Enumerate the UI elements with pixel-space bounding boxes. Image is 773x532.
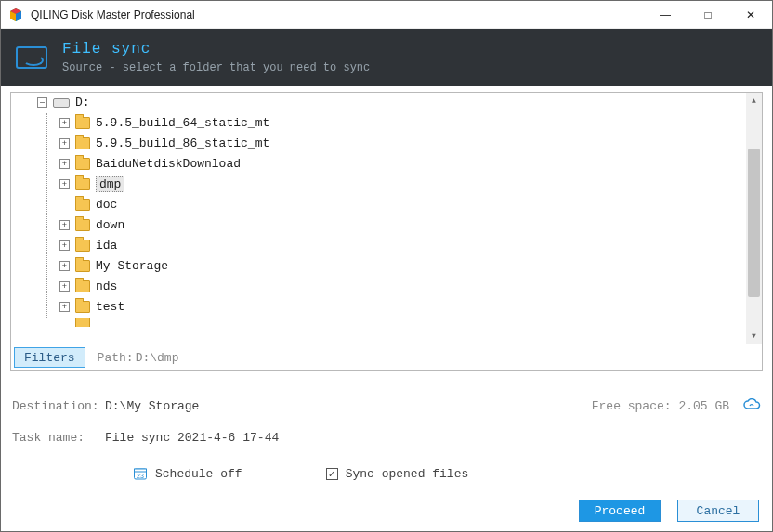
free-space-label: Free space:	[592, 399, 672, 413]
folder-icon	[75, 260, 90, 272]
tree-node[interactable]: +down	[59, 215, 758, 236]
folder-tree[interactable]: – D: +5.9.5_build_64_static_mt+5.9.5_bui…	[11, 93, 762, 331]
folder-icon	[75, 178, 90, 190]
expand-icon[interactable]: +	[59, 281, 70, 292]
cancel-button[interactable]: Cancel	[677, 500, 759, 522]
destination-value[interactable]: D:\My Storage	[105, 399, 199, 413]
folder-icon	[75, 219, 90, 231]
expand-icon[interactable]: +	[59, 261, 70, 271]
proceed-button[interactable]: Proceed	[579, 500, 661, 522]
folder-icon	[75, 301, 90, 313]
schedule-option[interactable]: 23 Schedule off	[133, 466, 242, 481]
scroll-up-icon[interactable]: ▲	[746, 93, 762, 109]
close-button[interactable]: ✕	[729, 1, 772, 29]
expand-icon[interactable]: +	[59, 159, 70, 169]
file-sync-icon	[16, 46, 47, 69]
tree-node-label: BaiduNetdiskDownload	[96, 157, 241, 171]
destination-row: Destination: D:\My Storage Free space: 2…	[12, 390, 761, 422]
drive-icon	[53, 98, 70, 108]
folder-icon	[75, 240, 90, 252]
tree-node[interactable]: +test	[59, 297, 758, 318]
folder-icon	[75, 158, 90, 170]
path-label: Path:	[98, 351, 134, 365]
app-window: QILING Disk Master Professional — □ ✕ Fi…	[0, 0, 773, 532]
maximize-button[interactable]: □	[687, 1, 729, 29]
folder-tree-panel: – D: +5.9.5_build_64_static_mt+5.9.5_bui…	[10, 92, 763, 344]
expand-icon[interactable]: +	[59, 240, 70, 251]
tree-node-label: ida	[96, 239, 117, 253]
expander-blank	[59, 318, 70, 327]
tree-node-label: test	[96, 300, 124, 314]
scroll-down-icon[interactable]: ▼	[746, 328, 762, 344]
scrollbar-thumb[interactable]	[748, 149, 760, 297]
expand-icon[interactable]: +	[59, 220, 70, 230]
tree-scrollbar[interactable]: ▲ ▼	[746, 93, 762, 344]
task-name-label: Task name:	[12, 431, 105, 445]
sync-opened-option[interactable]: ✓ Sync opened files	[326, 467, 469, 481]
path-row: Filters Path: D:\dmp	[10, 344, 763, 371]
free-space-value: 2.05 GB	[678, 399, 729, 413]
tree-node-label: 5.9.5_build_86_static_mt	[96, 136, 269, 150]
tree-node[interactable]: doc	[59, 195, 758, 215]
tree-node-drive[interactable]: – D:	[37, 93, 758, 113]
tree-node[interactable]: +ida	[59, 236, 758, 256]
titlebar: QILING Disk Master Professional — □ ✕	[1, 1, 772, 29]
task-name-row: Task name: File sync 2021-4-6 17-44	[12, 422, 761, 453]
sync-opened-label: Sync opened files	[346, 467, 469, 481]
tree-node-label: My Storage	[96, 259, 168, 273]
tree-node[interactable]: +BaiduNetdiskDownload	[59, 154, 758, 175]
expand-icon[interactable]: +	[59, 118, 70, 128]
app-icon	[8, 7, 23, 22]
options-row: 23 Schedule off ✓ Sync opened files	[12, 453, 761, 490]
folder-icon	[75, 280, 90, 292]
form-area: Destination: D:\My Storage Free space: 2…	[1, 371, 772, 490]
header-subtitle: Source - select a folder that you need t…	[62, 61, 370, 74]
expand-icon[interactable]: +	[59, 138, 70, 149]
tree-node-label: down	[96, 218, 124, 232]
task-name-value[interactable]: File sync 2021-4-6 17-44	[105, 431, 279, 445]
tree-node[interactable]: +My Storage	[59, 256, 758, 277]
expand-icon[interactable]: +	[59, 179, 70, 189]
calendar-icon: 23	[133, 466, 148, 481]
minimize-button[interactable]: —	[644, 1, 687, 29]
destination-label: Destination:	[12, 399, 105, 413]
header-title: File sync	[62, 41, 370, 58]
tree-node-label: D:	[75, 96, 90, 110]
header-band: File sync Source - select a folder that …	[1, 29, 772, 86]
footer: Proceed Cancel	[1, 490, 772, 531]
folder-icon	[75, 199, 90, 211]
path-value: D:\dmp	[136, 351, 179, 365]
tree-node[interactable]: +dmp	[59, 175, 758, 195]
app-title: QILING Disk Master Professional	[31, 8, 195, 21]
folder-icon	[75, 318, 90, 327]
svg-text:23: 23	[137, 473, 144, 479]
tree-node-label: 5.9.5_build_64_static_mt	[96, 116, 269, 130]
tree-node[interactable]: +5.9.5_build_86_static_mt	[59, 134, 758, 154]
folder-icon	[75, 137, 90, 149]
folder-icon	[75, 117, 90, 129]
checkbox-icon[interactable]: ✓	[326, 468, 338, 480]
filters-button[interactable]: Filters	[14, 347, 85, 368]
schedule-label: Schedule off	[155, 467, 242, 481]
tree-node-label: dmp	[96, 176, 124, 192]
cloud-icon[interactable]	[742, 396, 761, 416]
collapse-icon[interactable]: –	[37, 97, 47, 108]
tree-node[interactable]: +5.9.5_build_64_static_mt	[59, 113, 758, 134]
tree-node-label: doc	[96, 198, 117, 212]
expand-icon[interactable]: +	[59, 302, 70, 312]
tree-node[interactable]: +nds	[59, 277, 758, 297]
expander-blank	[59, 200, 70, 210]
tree-node[interactable]	[59, 318, 758, 327]
tree-node-label: nds	[96, 279, 117, 293]
